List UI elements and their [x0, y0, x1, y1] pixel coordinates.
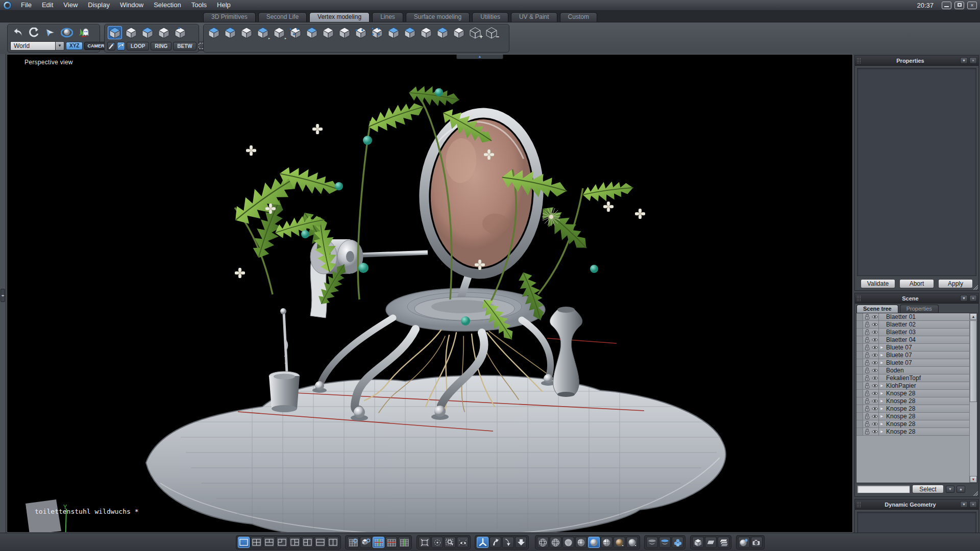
menu-item[interactable]: Selection	[149, 0, 186, 11]
vm-tool-icon[interactable]	[419, 26, 433, 39]
ghost-mode-icon[interactable]	[76, 26, 90, 39]
select-object-icon[interactable]	[157, 26, 171, 39]
flatten-mode-icon[interactable]	[705, 537, 717, 548]
xyz-toggle-button[interactable]: XYZ	[66, 42, 83, 50]
drag-grip-icon[interactable]	[856, 295, 861, 302]
scene-tree-row[interactable]: ▶ KlohPapier	[856, 382, 969, 390]
scene-header[interactable]: Scene ▼ ×	[855, 293, 978, 304]
ribbon-tab[interactable]: Second Life	[258, 12, 307, 22]
vm-add-icon[interactable]: +	[468, 26, 482, 39]
lock-icon[interactable]	[863, 383, 871, 389]
select-edges-icon[interactable]	[124, 26, 138, 39]
ring-button[interactable]: RING	[151, 42, 172, 51]
expander-icon[interactable]: ▶	[880, 414, 885, 418]
eye-visibility-icon[interactable]	[871, 375, 878, 381]
redo-icon[interactable]	[27, 26, 41, 39]
ribbon-tab[interactable]: Lines	[372, 12, 403, 22]
vm-tool-icon[interactable]	[305, 26, 319, 39]
vm-tool-icon[interactable]	[239, 26, 254, 39]
expander-icon[interactable]: ▶	[880, 399, 885, 403]
drag-grip-icon[interactable]	[856, 58, 861, 64]
eye-visibility-icon[interactable]	[871, 398, 878, 404]
fit-view-icon[interactable]	[419, 537, 430, 548]
layout-two-over-one-icon[interactable]	[263, 537, 275, 548]
scene-tree-row[interactable]: ▶ Knospe 28	[856, 390, 969, 397]
scene-tree-row[interactable]: ▶ Blaetter 01	[856, 313, 969, 321]
grid-horizontal-icon[interactable]	[385, 537, 397, 548]
select-faces-icon[interactable]	[140, 26, 155, 39]
expander-icon[interactable]: ▶	[880, 391, 885, 395]
properties-header[interactable]: Properties ▼ ×	[855, 56, 978, 66]
lock-icon[interactable]	[863, 367, 871, 373]
layout-split-left-icon[interactable]	[302, 537, 313, 548]
scroll-thumb[interactable]	[970, 320, 977, 402]
layout-single-icon[interactable]	[238, 537, 250, 548]
lock-icon[interactable]	[863, 352, 871, 358]
lock-icon[interactable]	[863, 321, 871, 328]
grid-vertical-icon[interactable]	[398, 537, 410, 548]
eye-visibility-icon[interactable]	[871, 353, 878, 358]
close-button[interactable]: ×	[967, 2, 977, 9]
ribbon-tab[interactable]: Surface modeling	[406, 12, 470, 22]
layout-quad-icon[interactable]	[251, 537, 262, 548]
manipulator-icon[interactable]	[477, 537, 488, 548]
scene-tree-row[interactable]: ▶ FekalienTopf	[856, 374, 969, 382]
eye-visibility-icon[interactable]	[871, 360, 878, 365]
select-element-icon[interactable]	[173, 26, 187, 39]
shading-textured-icon[interactable]	[614, 537, 625, 548]
shading-smooth-wire-icon[interactable]	[601, 537, 612, 548]
menu-item[interactable]: Help	[212, 0, 236, 11]
shading-shaded-wire-icon[interactable]	[575, 537, 587, 548]
layout-split-right-icon[interactable]	[289, 537, 301, 548]
eye-visibility-icon[interactable]	[871, 314, 878, 319]
vm-tool-icon[interactable]: ▸	[256, 26, 270, 39]
lock-icon[interactable]	[863, 406, 871, 412]
panel-close-icon[interactable]: ×	[969, 501, 977, 508]
visibility-icon[interactable]	[457, 537, 469, 548]
scroll-up-icon[interactable]: ▲	[970, 313, 977, 320]
snap-object-icon[interactable]	[360, 537, 372, 548]
menu-item[interactable]: Display	[83, 0, 115, 11]
world-space-dropdown[interactable]: World ▼	[10, 41, 64, 51]
select-arrow-icon[interactable]	[43, 26, 58, 39]
layout-corner-icon[interactable]	[276, 537, 288, 548]
expander-icon[interactable]: ▶	[880, 430, 885, 434]
render-camera-icon[interactable]	[751, 537, 763, 548]
scene-tree-row[interactable]: ▶ Blaetter 02	[856, 321, 969, 329]
scene-tree-row[interactable]: ▶ Boden	[856, 367, 969, 374]
collapse-handle[interactable]: ◂▸	[1, 289, 5, 302]
vm-tool-icon[interactable]	[435, 26, 450, 39]
vm-tool-icon[interactable]	[452, 26, 466, 39]
panel-close-icon[interactable]: ×	[969, 57, 977, 64]
ribbon-tab[interactable]: Custom	[560, 12, 597, 22]
lock-icon[interactable]	[863, 429, 871, 435]
scene-tree-row[interactable]: ▶ Knospe 28	[856, 428, 969, 436]
betw-button[interactable]: BETW	[173, 42, 196, 51]
apply-button[interactable]: Apply	[938, 279, 973, 288]
eye-visibility-icon[interactable]	[871, 414, 878, 419]
zoom-region-icon[interactable]	[444, 537, 456, 548]
spin-up-icon[interactable]: ▲	[957, 486, 965, 493]
lock-icon[interactable]	[863, 413, 871, 419]
vm-tool-icon[interactable]: ▸	[272, 26, 286, 39]
scene-tree-row[interactable]: ▶ Knospe 28	[856, 397, 969, 405]
backface-blue-icon[interactable]	[659, 537, 671, 548]
shading-wire-icon[interactable]	[537, 537, 549, 548]
eye-visibility-icon[interactable]	[871, 421, 878, 427]
expander-icon[interactable]: ▶	[880, 422, 885, 426]
eye-visibility-icon[interactable]	[871, 368, 878, 373]
scene-tree-row[interactable]: ▶ Blaetter 03	[856, 329, 969, 336]
shading-material-icon[interactable]	[626, 537, 638, 548]
lock-icon[interactable]	[863, 314, 871, 320]
sphere-ring-icon[interactable]	[60, 26, 74, 39]
menu-item[interactable]: Window	[115, 0, 149, 11]
lock-icon[interactable]	[863, 344, 871, 350]
ribbon-tab[interactable]: 3D Primitives	[203, 12, 256, 22]
spin-down-icon[interactable]: ▼	[946, 486, 954, 493]
lock-icon[interactable]	[863, 360, 871, 366]
shading-hidden-wire-icon[interactable]	[550, 537, 561, 548]
scene-tree-row[interactable]: ▶ Bluete 07	[856, 352, 969, 359]
vm-tool-icon[interactable]	[207, 26, 221, 39]
vm-tool-icon[interactable]	[337, 26, 352, 39]
eye-visibility-icon[interactable]	[871, 337, 878, 342]
